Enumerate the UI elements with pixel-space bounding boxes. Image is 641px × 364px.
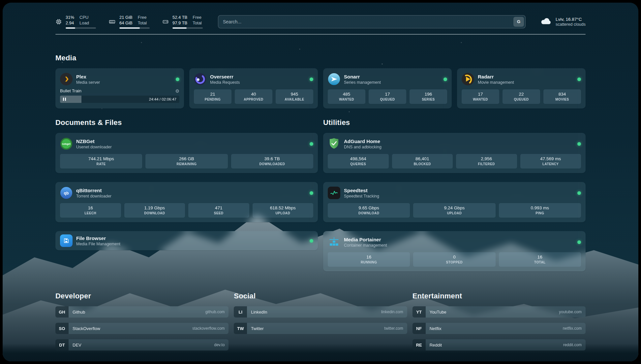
service-name: Speedtest [344,188,379,193]
service-card-portainer[interactable]: Media Portainer Container management 16 … [323,231,586,271]
service-description: Container management [344,243,387,248]
service-description: Usenet downloader [76,145,112,149]
service-name: AdGuard Home [344,138,382,144]
section-title-documents: Documents & Files [55,118,318,127]
service-card-radarr[interactable]: Radarr Movie management 17 WANTED 22 QUE… [457,68,586,108]
stat-latency: 47.569 ms LATENCY [520,154,581,168]
memory-total-label: Total [138,20,147,26]
bookmark-abbr: TW [234,323,247,334]
service-description: Media server [76,80,100,85]
radarr-icon [462,73,474,85]
memory-total-value: 64 GiB [119,20,133,26]
stars-layer [3,3,3,3]
search-input[interactable] [220,19,513,24]
service-card-overseerr[interactable]: Overseerr Media Requests 21 PENDING 40 A… [189,68,318,108]
status-dot [577,240,581,244]
svg-text:qb: qb [64,191,69,196]
stat-series: 196 SERIES [410,89,447,104]
stat-running: 16 RUNNING [328,252,410,267]
section-title-entertainment: Entertainment [412,292,586,300]
pause-icon[interactable] [63,98,66,101]
service-name: Media Portainer [344,237,387,242]
service-description: Movie management [478,80,514,85]
stat-pending: 21 PENDING [194,89,231,104]
service-description: Torrent downloader [76,194,111,198]
section-media: Media Plex Media server [55,54,586,108]
bookmark-abbr: GH [55,306,69,318]
stat-upload: 618.52 Mbps UPLOAD [253,203,314,218]
bookmark-url: github.com [205,310,225,314]
bookmark-name: DEV [73,343,81,348]
stat-total: 16 TOTAL [499,252,581,267]
stat-filtered: 2,956 FILTERED [456,154,517,168]
service-description: Media File Management [76,242,120,246]
stat-queued: 22 QUEUED [503,89,540,104]
service-card-qbittorrent[interactable]: qb qBittorrent Torrent downloader [55,182,318,222]
dashboard-content: 31% 2.94 CPU Load [3,3,638,361]
playback-progress-bar[interactable]: 24:44 / 02:06:47 [60,96,179,103]
service-card-sonarr[interactable]: Sonarr Series management 485 WANTED 17 Q… [323,68,452,108]
stat-approved: 40 APPROVED [235,89,272,104]
bookmark-url: dev.to [214,343,225,347]
topbar-divider [55,34,586,35]
bookmark-group-developer: Developer GH Github github.com SO StackO… [55,292,229,350]
adguard-icon [328,137,340,150]
search-provider-button[interactable]: G [513,17,524,27]
stat-rate: 744.21 Mbps RATE [60,154,142,168]
service-name: Overseerr [210,74,240,79]
gear-icon[interactable]: ⚙ [175,89,179,93]
service-card-adguard[interactable]: AdGuard Home DNS and adblocking 498,564 … [323,133,586,173]
section-utilities: Utilities [323,118,586,271]
playback-time: 24:44 / 02:06:47 [149,97,176,101]
bookmark-stackoverflow[interactable]: SO StackOverflow stackoverflow.com [55,323,229,334]
stat-ping: 0.993 ms PING [499,203,581,218]
service-card-nzbget[interactable]: nzbget NZBGet Usenet downloader 74 [55,133,318,173]
overseerr-icon [194,73,206,85]
stat-leech: 16 LEECH [60,203,121,218]
stat-queries: 498,564 QUERIES [328,154,389,168]
bookmark-url: linkedin.com [381,310,403,314]
stat-wanted: 17 WANTED [462,89,499,104]
svg-text:nzbget: nzbget [62,143,71,146]
bookmark-abbr: LI [234,306,247,318]
status-dot [310,77,313,81]
stat-stopped: 0 STOPPED [413,252,495,267]
status-dot [310,142,313,146]
memory-icon [108,18,116,25]
bookmark-twitter[interactable]: TW Twitter twitter.com [234,323,407,334]
memory-free-label: Free [138,15,147,20]
bookmark-url: twitter.com [384,326,403,331]
section-title-media: Media [55,54,586,62]
cloud-icon [540,17,552,27]
bookmark-youtube[interactable]: YT YouTube youtube.com [412,306,586,318]
service-name: qBittorrent [76,188,111,193]
bookmark-group-entertainment: Entertainment YT YouTube youtube.com NF … [412,292,586,350]
cpu-usage-label: CPU [79,15,89,20]
bookmark-netflix[interactable]: NF Netflix netflix.com [412,323,586,334]
bookmark-linkedin[interactable]: LI LinkedIn linkedin.com [234,306,407,318]
service-card-speedtest[interactable]: Speedtest Speedtest Tracking 9.65 Gbps D… [323,182,586,222]
disk-widget: 52.4 TB 97.9 TB Free Total [162,15,203,29]
topbar: 31% 2.94 CPU Load [55,3,586,29]
bookmark-abbr: DT [55,339,69,350]
status-dot [577,191,581,195]
bookmark-dev[interactable]: DT DEV dev.to [55,339,229,350]
cpu-load-label: Load [79,20,89,26]
stat-blocked: 86,401 BLOCKED [392,154,453,168]
bookmark-abbr: YT [412,306,426,318]
service-description: Series management [344,80,381,85]
section-documents: Documents & Files nzbget [55,118,318,250]
bookmark-abbr: SO [55,323,69,334]
service-card-filebrowser[interactable]: File Browser Media File Management [55,231,318,250]
memory-widget: 21 GiB 64 GiB Free Total [108,15,150,29]
bookmark-github[interactable]: GH Github github.com [55,306,229,318]
status-dot [577,142,581,146]
weather-condition: scattered clouds [556,22,586,27]
bookmark-reddit[interactable]: RE Reddit reddit.com [412,339,586,350]
service-card-plex[interactable]: Plex Media server Bullet Train ⚙ [55,68,184,108]
memory-free-value: 21 GiB [119,15,133,20]
bookmark-url: reddit.com [563,343,582,347]
bookmarks-section: Developer GH Github github.com SO StackO… [55,292,586,350]
search-bar[interactable]: G [218,15,526,28]
stat-download: 9.65 Gbps DOWNLOAD [328,203,410,218]
